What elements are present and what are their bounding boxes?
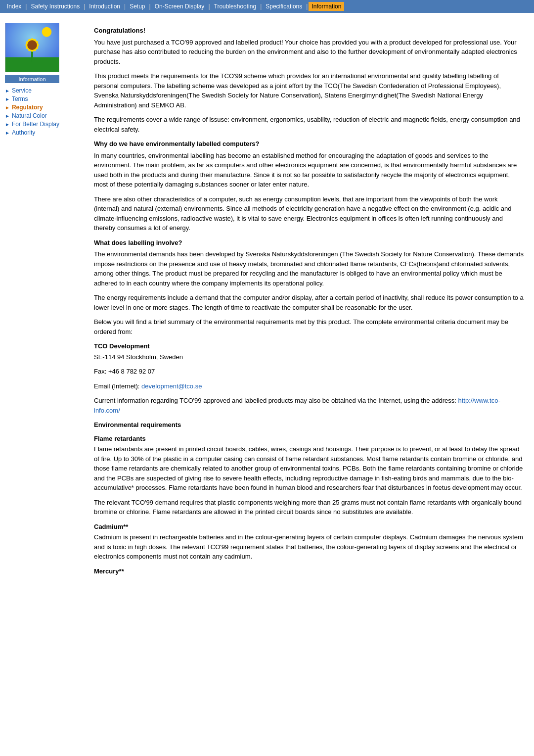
nav-item-info[interactable]: Information bbox=[309, 2, 344, 11]
nav-sep-3: | bbox=[123, 3, 127, 10]
nav-sep-2: | bbox=[83, 3, 86, 10]
nav-item-setup[interactable]: Setup bbox=[127, 2, 148, 11]
why-section: Why do we have environmentally labelled … bbox=[94, 139, 524, 233]
nav-sep-7: | bbox=[305, 3, 309, 10]
sidebar-item-authority[interactable]: ► Authority bbox=[5, 129, 84, 136]
svg-point-2 bbox=[42, 27, 52, 37]
tco-email-label: Email (Internet): bbox=[94, 382, 141, 390]
cadmium-text: Cadmium is present in rechargeable batte… bbox=[94, 532, 524, 562]
nav-item-osd[interactable]: On-Screen Display bbox=[152, 2, 208, 11]
main-container: Information ► Service ► Terms ► Regulato… bbox=[0, 13, 534, 590]
tco-fax: Fax: +46 8 782 92 07 bbox=[94, 367, 524, 377]
arrow-icon-better-display: ► bbox=[5, 122, 10, 127]
sidebar-item-service[interactable]: ► Service bbox=[5, 87, 84, 94]
congratulations-heading: Congratulations! bbox=[94, 26, 524, 36]
nav-item-safety[interactable]: Safety Instructions bbox=[28, 2, 83, 11]
tco-heading: TCO Development bbox=[94, 341, 524, 351]
nav-item-troubleshoot[interactable]: Troubleshooting bbox=[211, 2, 260, 11]
flame-text-1: Flame retardants are present in printed … bbox=[94, 444, 524, 493]
why-text-1: In many countries, environmental labelli… bbox=[94, 151, 524, 189]
sidebar-item-terms[interactable]: ► Terms bbox=[5, 95, 84, 102]
env-heading: Environmental requirements bbox=[94, 420, 524, 430]
mercury-heading: Mercury** bbox=[94, 567, 524, 576]
sidebar-link-better-display[interactable]: For Better Display bbox=[12, 121, 59, 128]
tco-url-text: Current information regarding TCO'99 app… bbox=[94, 396, 524, 415]
nav-item-index[interactable]: Index bbox=[4, 2, 24, 11]
sidebar-navigation: ► Service ► Terms ► Regulatory ► Natural… bbox=[5, 87, 84, 136]
nav-sep-4: | bbox=[148, 3, 152, 10]
requirements-text: The requirements cover a wide range of i… bbox=[94, 115, 524, 134]
tco99-intro: This product meets the requirements for … bbox=[94, 71, 524, 110]
labelling-text-2: The energy requirements include a demand… bbox=[94, 293, 524, 312]
nav-bar: Index | Safety Instructions | Introducti… bbox=[0, 0, 534, 13]
cadmium-section: Cadmium** Cadmium is present in recharge… bbox=[94, 522, 524, 562]
nav-item-intro[interactable]: Introduction bbox=[86, 2, 123, 11]
flame-heading: Flame retardants bbox=[94, 434, 524, 444]
flame-text-2: The relevant TCO'99 demand requires that… bbox=[94, 498, 524, 517]
nav-sep-5: | bbox=[207, 3, 211, 10]
arrow-icon-terms: ► bbox=[5, 96, 10, 102]
sidebar-image bbox=[5, 23, 59, 72]
content-area: Congratulations! You have just purchased… bbox=[89, 23, 529, 580]
tco-email-link[interactable]: development@tco.se bbox=[141, 382, 202, 390]
sidebar-label: Information bbox=[5, 75, 59, 83]
tco-address: SE-114 94 Stockholm, Sweden bbox=[94, 352, 524, 362]
nav-item-specs[interactable]: Specifications bbox=[263, 2, 305, 11]
labelling-heading: What does labelling involve? bbox=[94, 238, 524, 248]
env-section: Environmental requirements Flame retarda… bbox=[94, 420, 524, 517]
sidebar-link-regulatory[interactable]: Regulatory bbox=[12, 104, 43, 111]
sidebar-link-natural-color[interactable]: Natural Color bbox=[12, 112, 47, 119]
sidebar-item-better-display[interactable]: ► For Better Display bbox=[5, 121, 84, 128]
sidebar-item-natural-color[interactable]: ► Natural Color bbox=[5, 112, 84, 119]
sidebar-item-regulatory[interactable]: ► Regulatory bbox=[5, 104, 84, 111]
sidebar-link-terms[interactable]: Terms bbox=[12, 95, 28, 102]
nav-sep-1: | bbox=[24, 3, 28, 10]
sidebar: Information ► Service ► Terms ► Regulato… bbox=[5, 23, 84, 580]
nav-sep-6: | bbox=[259, 3, 263, 10]
arrow-icon-authority: ► bbox=[5, 130, 10, 136]
arrow-icon-natural-color: ► bbox=[5, 113, 10, 119]
mercury-section: Mercury** bbox=[94, 567, 524, 576]
tco-url-label: Current information regarding TCO'99 app… bbox=[94, 397, 458, 404]
cadmium-heading: Cadmium** bbox=[94, 522, 524, 532]
labelling-text-1: The environmental demands has been devel… bbox=[94, 249, 524, 288]
sidebar-link-authority[interactable]: Authority bbox=[12, 129, 35, 136]
labelling-section: What does labelling involve? The environ… bbox=[94, 238, 524, 337]
congratulations-text: You have just purchased a TCO'99 approve… bbox=[94, 38, 524, 67]
arrow-icon-service: ► bbox=[5, 88, 10, 94]
tco-section: TCO Development SE-114 94 Stockholm, Swe… bbox=[94, 341, 524, 391]
tco-email-line: Email (Internet): development@tco.se bbox=[94, 381, 524, 391]
tco-url-section: Current information regarding TCO'99 app… bbox=[94, 396, 524, 415]
why-heading: Why do we have environmentally labelled … bbox=[94, 139, 524, 149]
svg-point-10 bbox=[27, 40, 37, 50]
sidebar-link-service[interactable]: Service bbox=[12, 87, 32, 94]
why-text-2: There are also other characteristics of … bbox=[94, 194, 524, 233]
labelling-text-3: Below you will find a brief summary of t… bbox=[94, 317, 524, 336]
congratulations-section: Congratulations! You have just purchased… bbox=[94, 26, 524, 134]
sunflower-graphic bbox=[5, 23, 59, 72]
arrow-icon-regulatory: ► bbox=[5, 105, 10, 110]
